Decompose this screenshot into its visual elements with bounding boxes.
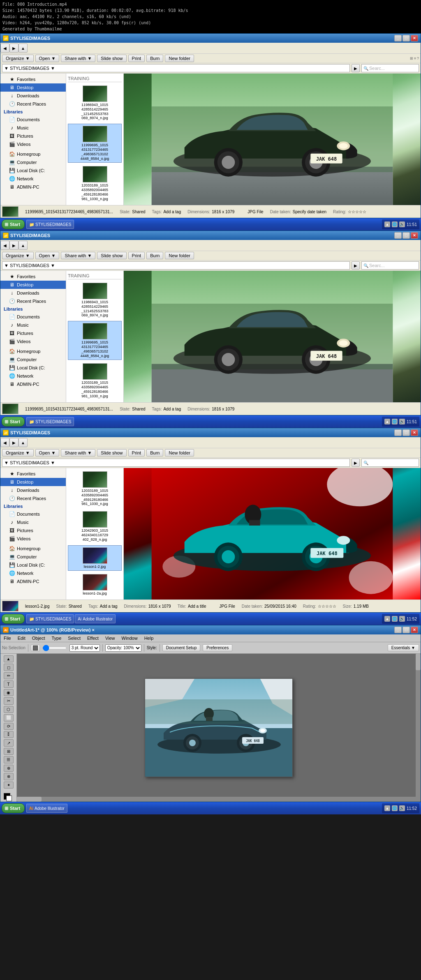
titlebar-controls-3[interactable]: _ □ ✕ bbox=[394, 429, 418, 436]
organize-btn-2[interactable]: Organize ▼ bbox=[2, 252, 34, 259]
ai-titlebar-controls[interactable]: _ □ ✕ bbox=[394, 627, 418, 633]
nav-desktop-3[interactable]: 🖥 Desktop bbox=[0, 478, 66, 486]
nav-recent-2[interactable]: 🕐 Recent Places bbox=[0, 297, 66, 305]
open-btn-2[interactable]: Open ▼ bbox=[35, 252, 60, 259]
slideshow-btn-3[interactable]: Slide show bbox=[97, 449, 126, 457]
share-btn-3[interactable]: Share with ▼ bbox=[61, 449, 95, 457]
nav-homegroup-3[interactable]: 🏠 Homegroup bbox=[0, 544, 66, 553]
start-btn-1[interactable]: ⊞ Start bbox=[2, 219, 25, 229]
nav-downloads-1[interactable]: ↓ Downloads bbox=[0, 92, 66, 100]
ai-direct-select-tool[interactable]: ◻ bbox=[4, 664, 14, 671]
taskbar-explorer-2[interactable]: 📁 STYLISEDIMAGES bbox=[26, 417, 74, 426]
ai-menu-help[interactable]: Help bbox=[141, 635, 157, 641]
back-btn-2[interactable]: ◀ bbox=[0, 241, 9, 250]
start-btn-2[interactable]: ⊞ Start bbox=[2, 417, 25, 427]
titlebar-controls-2[interactable]: _ □ ✕ bbox=[394, 232, 418, 239]
nav-documents-1[interactable]: 📄 Documents bbox=[0, 115, 66, 124]
nav-favorites-2[interactable]: ★ Favorites bbox=[0, 272, 66, 281]
close-btn-2[interactable]: ✕ bbox=[411, 232, 418, 239]
nav-favorites-1[interactable]: ★ Favorites bbox=[0, 75, 66, 83]
scroll-thumb[interactable] bbox=[416, 654, 421, 670]
up-btn-2[interactable]: ▲ bbox=[19, 241, 28, 250]
newfolder-btn-3[interactable]: New folder bbox=[165, 449, 194, 457]
open-btn-3[interactable]: Open ▼ bbox=[35, 449, 60, 457]
ai-star-tool[interactable]: ✦ bbox=[4, 782, 14, 789]
slideshow-btn-2[interactable]: Slide show bbox=[97, 252, 126, 259]
nav-music-2[interactable]: ♪ Music bbox=[0, 321, 66, 329]
ai-rotate-tool[interactable]: ⟳ bbox=[4, 723, 14, 730]
brush-selector[interactable]: 3 pt. Round bbox=[69, 644, 100, 652]
opacity-selector[interactable]: Opacity: 100% bbox=[105, 644, 141, 652]
nav-computer-1[interactable]: 💻 Computer bbox=[0, 158, 66, 166]
ai-menu-object[interactable]: Object bbox=[29, 635, 49, 641]
essentials-btn[interactable]: Essentials ▼ bbox=[388, 644, 419, 651]
ai-text-tool[interactable]: T bbox=[4, 680, 14, 687]
nav-libraries-header-1[interactable]: Libraries bbox=[0, 108, 66, 115]
nav-libraries-header-2[interactable]: Libraries bbox=[0, 305, 66, 313]
nav-documents-3[interactable]: 📄 Documents bbox=[0, 510, 66, 518]
burn-btn-1[interactable]: Burn bbox=[146, 55, 163, 62]
ai-rect-tool[interactable]: ⬜ bbox=[4, 714, 14, 721]
nav-homegroup-2[interactable]: 🏠 Homegroup bbox=[0, 347, 66, 355]
share-btn-1[interactable]: Share with ▼ bbox=[61, 55, 95, 62]
start-btn-3[interactable]: ⊞ Start bbox=[2, 614, 25, 624]
nav-videos-3[interactable]: 🎬 Videos bbox=[0, 535, 66, 543]
newfolder-btn-1[interactable]: New folder bbox=[165, 55, 194, 62]
ai-hand-tool[interactable]: ☰ bbox=[4, 756, 14, 763]
nav-desktop-1[interactable]: 🖥 Desktop bbox=[0, 83, 66, 92]
organize-btn-3[interactable]: Organize ▼ bbox=[2, 449, 34, 457]
file-item-1-2[interactable]: 11999695_10154313177234465_4983657131024… bbox=[68, 124, 122, 163]
nav-adminpc-3[interactable]: 🖥 ADMIN-PC bbox=[0, 577, 66, 586]
nav-favorites-3[interactable]: ★ Favorites bbox=[0, 470, 66, 478]
titlebar-controls-1[interactable]: _ □ ✕ bbox=[394, 35, 418, 42]
maximize-btn-1[interactable]: □ bbox=[402, 35, 410, 42]
nav-network-1[interactable]: 🌐 Network bbox=[0, 175, 66, 183]
nav-homegroup-1[interactable]: 🏠 Homegroup bbox=[0, 150, 66, 158]
nav-music-1[interactable]: ♪ Music bbox=[0, 124, 66, 132]
search-box-1[interactable]: 🔍 Searc... bbox=[361, 64, 419, 72]
close-btn-3[interactable]: ✕ bbox=[411, 429, 418, 436]
up-btn-3[interactable]: ▲ bbox=[19, 438, 28, 447]
organize-btn-1[interactable]: Organize ▼ bbox=[2, 55, 34, 62]
address-go-3[interactable]: ▶ bbox=[352, 459, 360, 467]
nav-videos-2[interactable]: 🎬 Videos bbox=[0, 337, 66, 346]
nav-downloads-3[interactable]: ↓ Downloads bbox=[0, 486, 66, 494]
nav-computer-3[interactable]: 💻 Computer bbox=[0, 553, 66, 561]
back-btn-1[interactable]: ◀ bbox=[0, 44, 9, 53]
nav-music-3[interactable]: ♪ Music bbox=[0, 518, 66, 526]
nav-localdisk-1[interactable]: 💾 Local Disk (C: bbox=[0, 166, 66, 175]
ai-close-btn[interactable]: ✕ bbox=[411, 627, 418, 633]
ai-grid-tool[interactable]: ⊞ bbox=[4, 748, 14, 755]
file-item-2-3[interactable]: 12033189_10154335892004465_4591281804669… bbox=[68, 362, 122, 400]
file-item-3-3[interactable]: lesson1-2.jpg bbox=[68, 545, 122, 571]
nav-desktop-2[interactable]: 🖥 Desktop bbox=[0, 281, 66, 289]
stroke-color-swatch[interactable] bbox=[6, 796, 12, 801]
burn-btn-3[interactable]: Burn bbox=[146, 449, 163, 457]
nav-adminpc-2[interactable]: 🖥 ADMIN-PC bbox=[0, 380, 66, 388]
ai-scissors-tool[interactable]: ✂ bbox=[4, 697, 14, 704]
open-btn-1[interactable]: Open ▼ bbox=[35, 55, 60, 62]
ai-maximize-btn[interactable]: □ bbox=[402, 627, 410, 633]
newfolder-btn-2[interactable]: New folder bbox=[165, 252, 194, 259]
taskbar-explorer-3[interactable]: 📁 STYLISEDIMAGES bbox=[26, 614, 74, 623]
maximize-btn-2[interactable]: □ bbox=[402, 232, 410, 239]
minimize-btn-3[interactable]: _ bbox=[394, 429, 402, 436]
ai-polygon-tool[interactable]: ⬡ bbox=[4, 706, 14, 713]
ai-stroke-btn[interactable] bbox=[31, 645, 40, 651]
print-btn-3[interactable]: Print bbox=[128, 449, 145, 457]
nav-videos-1[interactable]: 🎬 Videos bbox=[0, 140, 66, 148]
address-input-3[interactable]: ▼ STYLISEDIMAGES ▼ bbox=[2, 459, 350, 467]
up-btn-1[interactable]: ▲ bbox=[19, 44, 28, 53]
search-box-3[interactable]: 🔍 bbox=[361, 459, 419, 467]
share-btn-2[interactable]: Share with ▼ bbox=[61, 252, 95, 259]
nav-localdisk-3[interactable]: 💾 Local Disk (C: bbox=[0, 561, 66, 569]
nav-adminpc-1[interactable]: 🖥 ADMIN-PC bbox=[0, 183, 66, 191]
stroke-slider[interactable] bbox=[42, 645, 67, 651]
ai-delete-tool[interactable]: ⊗ bbox=[4, 773, 14, 780]
nav-pictures-2[interactable]: 🖼 Pictures bbox=[0, 329, 66, 337]
document-setup-btn[interactable]: Document Setup bbox=[162, 644, 201, 651]
nav-computer-2[interactable]: 💻 Computer bbox=[0, 355, 66, 364]
address-go-2[interactable]: ▶ bbox=[352, 261, 360, 270]
start-btn-4[interactable]: ⊞ Start bbox=[2, 803, 25, 813]
burn-btn-2[interactable]: Burn bbox=[146, 252, 163, 259]
